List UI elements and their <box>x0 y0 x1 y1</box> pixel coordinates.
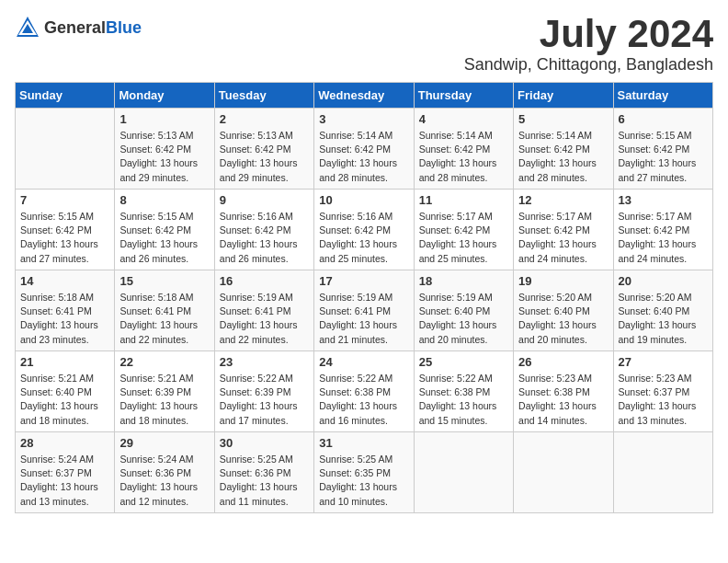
calendar-cell: 8Sunrise: 5:15 AM Sunset: 6:42 PM Daylig… <box>115 190 214 270</box>
day-info: Sunrise: 5:25 AM Sunset: 6:36 PM Dayligh… <box>220 453 309 509</box>
day-number: 14 <box>20 274 109 288</box>
calendar-cell: 5Sunrise: 5:14 AM Sunset: 6:42 PM Daylig… <box>514 109 613 190</box>
calendar-cell: 15Sunrise: 5:18 AM Sunset: 6:41 PM Dayli… <box>115 270 214 351</box>
month-title: July 2024 <box>464 15 713 53</box>
weekday-header: Friday <box>514 83 613 109</box>
calendar-week-row: 1Sunrise: 5:13 AM Sunset: 6:42 PM Daylig… <box>16 109 713 190</box>
day-info: Sunrise: 5:18 AM Sunset: 6:41 PM Dayligh… <box>119 291 209 347</box>
day-number: 20 <box>619 274 708 288</box>
day-info: Sunrise: 5:17 AM Sunset: 6:42 PM Dayligh… <box>518 210 608 266</box>
day-number: 5 <box>518 112 608 126</box>
calendar-cell: 6Sunrise: 5:15 AM Sunset: 6:42 PM Daylig… <box>613 109 712 190</box>
calendar-cell: 14Sunrise: 5:18 AM Sunset: 6:41 PM Dayli… <box>16 270 115 351</box>
calendar-cell: 20Sunrise: 5:20 AM Sunset: 6:40 PM Dayli… <box>613 270 712 351</box>
day-number: 7 <box>20 193 109 207</box>
day-number: 9 <box>220 193 309 207</box>
day-number: 25 <box>419 355 508 369</box>
day-info: Sunrise: 5:25 AM Sunset: 6:35 PM Dayligh… <box>319 453 408 509</box>
calendar-cell: 7Sunrise: 5:15 AM Sunset: 6:42 PM Daylig… <box>16 190 115 270</box>
calendar-table: SundayMondayTuesdayWednesdayThursdayFrid… <box>15 82 713 513</box>
logo: General Blue <box>15 15 142 40</box>
day-number: 8 <box>119 193 209 207</box>
day-number: 10 <box>319 193 408 207</box>
day-info: Sunrise: 5:18 AM Sunset: 6:41 PM Dayligh… <box>20 291 109 347</box>
calendar-cell <box>514 432 613 513</box>
calendar-cell: 1Sunrise: 5:13 AM Sunset: 6:42 PM Daylig… <box>115 109 214 190</box>
day-number: 23 <box>220 355 309 369</box>
day-info: Sunrise: 5:22 AM Sunset: 6:38 PM Dayligh… <box>419 372 508 428</box>
day-info: Sunrise: 5:22 AM Sunset: 6:39 PM Dayligh… <box>220 372 309 428</box>
calendar-cell: 30Sunrise: 5:25 AM Sunset: 6:36 PM Dayli… <box>214 432 313 513</box>
day-info: Sunrise: 5:17 AM Sunset: 6:42 PM Dayligh… <box>619 210 708 266</box>
day-info: Sunrise: 5:13 AM Sunset: 6:42 PM Dayligh… <box>119 129 209 185</box>
calendar-cell: 31Sunrise: 5:25 AM Sunset: 6:35 PM Dayli… <box>314 432 414 513</box>
weekday-header: Saturday <box>613 83 712 109</box>
calendar-cell: 29Sunrise: 5:24 AM Sunset: 6:36 PM Dayli… <box>115 432 214 513</box>
calendar-cell: 26Sunrise: 5:23 AM Sunset: 6:38 PM Dayli… <box>514 351 613 432</box>
calendar-week-row: 7Sunrise: 5:15 AM Sunset: 6:42 PM Daylig… <box>16 190 713 270</box>
calendar-cell: 22Sunrise: 5:21 AM Sunset: 6:39 PM Dayli… <box>115 351 214 432</box>
day-number: 31 <box>319 436 408 450</box>
day-info: Sunrise: 5:15 AM Sunset: 6:42 PM Dayligh… <box>619 129 708 185</box>
calendar-cell: 3Sunrise: 5:14 AM Sunset: 6:42 PM Daylig… <box>314 109 414 190</box>
day-number: 1 <box>119 112 209 126</box>
calendar-cell: 11Sunrise: 5:17 AM Sunset: 6:42 PM Dayli… <box>414 190 513 270</box>
calendar-cell: 25Sunrise: 5:22 AM Sunset: 6:38 PM Dayli… <box>414 351 513 432</box>
calendar-week-row: 14Sunrise: 5:18 AM Sunset: 6:41 PM Dayli… <box>16 270 713 351</box>
day-info: Sunrise: 5:20 AM Sunset: 6:40 PM Dayligh… <box>619 291 708 347</box>
day-info: Sunrise: 5:21 AM Sunset: 6:39 PM Dayligh… <box>119 372 209 428</box>
day-info: Sunrise: 5:15 AM Sunset: 6:42 PM Dayligh… <box>119 210 209 266</box>
day-number: 13 <box>619 193 708 207</box>
calendar-cell: 17Sunrise: 5:19 AM Sunset: 6:41 PM Dayli… <box>314 270 414 351</box>
day-info: Sunrise: 5:17 AM Sunset: 6:42 PM Dayligh… <box>419 210 508 266</box>
day-number: 27 <box>619 355 708 369</box>
day-number: 2 <box>220 112 309 126</box>
logo-general-text: General <box>44 18 106 38</box>
page-header: General Blue July 2024 Sandwip, Chittago… <box>15 15 713 75</box>
calendar-cell: 12Sunrise: 5:17 AM Sunset: 6:42 PM Dayli… <box>514 190 613 270</box>
day-number: 15 <box>119 274 209 288</box>
day-number: 28 <box>20 436 109 450</box>
calendar-cell: 13Sunrise: 5:17 AM Sunset: 6:42 PM Dayli… <box>613 190 712 270</box>
day-info: Sunrise: 5:14 AM Sunset: 6:42 PM Dayligh… <box>518 129 608 185</box>
calendar-cell: 9Sunrise: 5:16 AM Sunset: 6:42 PM Daylig… <box>214 190 313 270</box>
day-info: Sunrise: 5:15 AM Sunset: 6:42 PM Dayligh… <box>20 210 109 266</box>
logo-blue-text: Blue <box>106 18 142 38</box>
header-row: SundayMondayTuesdayWednesdayThursdayFrid… <box>16 83 713 109</box>
calendar-cell: 21Sunrise: 5:21 AM Sunset: 6:40 PM Dayli… <box>16 351 115 432</box>
calendar-cell: 10Sunrise: 5:16 AM Sunset: 6:42 PM Dayli… <box>314 190 414 270</box>
calendar-cell: 19Sunrise: 5:20 AM Sunset: 6:40 PM Dayli… <box>514 270 613 351</box>
day-info: Sunrise: 5:19 AM Sunset: 6:41 PM Dayligh… <box>319 291 408 347</box>
weekday-header: Thursday <box>414 83 513 109</box>
day-info: Sunrise: 5:13 AM Sunset: 6:42 PM Dayligh… <box>220 129 309 185</box>
weekday-header: Sunday <box>16 83 115 109</box>
calendar-cell: 18Sunrise: 5:19 AM Sunset: 6:40 PM Dayli… <box>414 270 513 351</box>
day-number: 24 <box>319 355 408 369</box>
calendar-cell: 27Sunrise: 5:23 AM Sunset: 6:37 PM Dayli… <box>613 351 712 432</box>
calendar-cell <box>613 432 712 513</box>
day-info: Sunrise: 5:14 AM Sunset: 6:42 PM Dayligh… <box>419 129 508 185</box>
day-info: Sunrise: 5:21 AM Sunset: 6:40 PM Dayligh… <box>20 372 109 428</box>
day-info: Sunrise: 5:24 AM Sunset: 6:36 PM Dayligh… <box>119 453 209 509</box>
day-number: 30 <box>220 436 309 450</box>
calendar-cell <box>414 432 513 513</box>
title-area: July 2024 Sandwip, Chittagong, Banglades… <box>464 15 713 75</box>
day-info: Sunrise: 5:19 AM Sunset: 6:40 PM Dayligh… <box>419 291 508 347</box>
day-number: 4 <box>419 112 508 126</box>
calendar-cell: 23Sunrise: 5:22 AM Sunset: 6:39 PM Dayli… <box>214 351 313 432</box>
calendar-week-row: 28Sunrise: 5:24 AM Sunset: 6:37 PM Dayli… <box>16 432 713 513</box>
day-number: 6 <box>619 112 708 126</box>
day-info: Sunrise: 5:19 AM Sunset: 6:41 PM Dayligh… <box>220 291 309 347</box>
day-number: 26 <box>518 355 608 369</box>
calendar-cell: 24Sunrise: 5:22 AM Sunset: 6:38 PM Dayli… <box>314 351 414 432</box>
day-info: Sunrise: 5:16 AM Sunset: 6:42 PM Dayligh… <box>319 210 408 266</box>
day-number: 29 <box>119 436 209 450</box>
day-number: 22 <box>119 355 209 369</box>
day-number: 21 <box>20 355 109 369</box>
weekday-header: Monday <box>115 83 214 109</box>
calendar-cell: 4Sunrise: 5:14 AM Sunset: 6:42 PM Daylig… <box>414 109 513 190</box>
day-info: Sunrise: 5:23 AM Sunset: 6:38 PM Dayligh… <box>518 372 608 428</box>
day-info: Sunrise: 5:24 AM Sunset: 6:37 PM Dayligh… <box>20 453 109 509</box>
day-info: Sunrise: 5:14 AM Sunset: 6:42 PM Dayligh… <box>319 129 408 185</box>
day-number: 18 <box>419 274 508 288</box>
